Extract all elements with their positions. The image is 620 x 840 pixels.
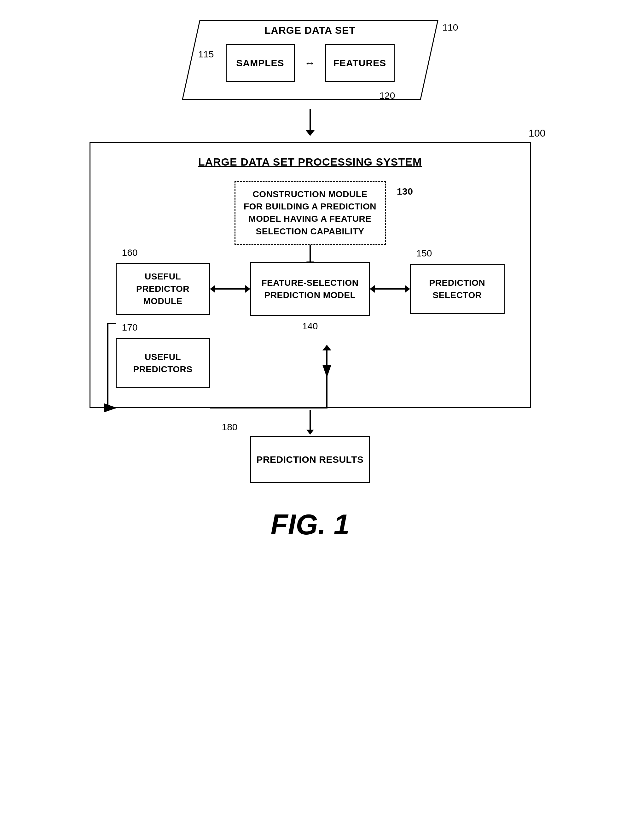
prediction-results-wrapper: 180 PREDICTION RESULTS (250, 436, 370, 483)
useful-predictor-module-label: USEFUL PREDICTOR MODULE (121, 270, 205, 308)
arrow-predictor-feature (214, 288, 246, 290)
large-data-set-wrapper: LARGE DATA SET 110 115 SAMPLES ↔ FEATURE… (181, 19, 439, 107)
arrow-feature-prediction (374, 288, 406, 290)
ref-100: 100 (528, 127, 545, 139)
bottom-area: 170 USEFUL PREDICTORS (106, 338, 514, 388)
construction-module-label: CONSTRUCTION MODULE FOR BUILDING A PREDI… (244, 189, 376, 236)
feature-selection-box: FEATURE-SELECTION PREDICTION MODEL (250, 262, 370, 316)
ref-170: 170 (122, 322, 138, 333)
ref-120: 120 (379, 90, 395, 101)
construction-module-box: CONSTRUCTION MODULE FOR BUILDING A PREDI… (235, 181, 386, 245)
top-row: CONSTRUCTION MODULE FOR BUILDING A PREDI… (106, 181, 514, 262)
useful-predictors-box: USEFUL PREDICTORS (116, 338, 210, 388)
ref-150: 150 (416, 248, 432, 259)
samples-features-row: SAMPLES ↔ FEATURES (226, 44, 395, 82)
figure-label: FIG. 1 (271, 508, 349, 541)
inner-layout: CONSTRUCTION MODULE FOR BUILDING A PREDI… (106, 181, 514, 388)
ref-115: 115 (198, 49, 214, 60)
useful-predictors-label: USEFUL PREDICTORS (121, 351, 205, 376)
features-box: FEATURES (325, 44, 395, 82)
bidir-arrow-samples-features: ↔ (304, 56, 316, 70)
main-row: 160 USEFUL PREDICTOR MODULE FEATURE-SELE… (106, 262, 514, 316)
samples-box: SAMPLES (226, 44, 295, 82)
ref-130: 130 (397, 185, 413, 198)
diagram-container: LARGE DATA SET 110 115 SAMPLES ↔ FEATURE… (42, 19, 578, 541)
useful-predictor-module-box: USEFUL PREDICTOR MODULE (116, 263, 210, 315)
large-data-set-label: LARGE DATA SET (265, 25, 355, 36)
arrow-dataset-to-system (310, 109, 311, 131)
ref-110: 110 (442, 22, 458, 33)
prediction-selector-label: PREDICTION SELECTOR (416, 277, 499, 301)
processing-system-title: LARGE DATA SET PROCESSING SYSTEM (106, 156, 514, 168)
ref-160: 160 (122, 247, 138, 258)
prediction-selector-box: PREDICTION SELECTOR (410, 264, 505, 314)
ref-180: 180 (222, 422, 238, 433)
prediction-results-box: PREDICTION RESULTS (250, 436, 370, 483)
ref-140: 140 (302, 321, 318, 332)
useful-predictors-column: 170 USEFUL PREDICTORS (116, 338, 210, 388)
processing-system-box: 100 LARGE DATA SET PROCESSING SYSTEM CON… (90, 142, 531, 408)
feature-selection-label: FEATURE-SELECTION PREDICTION MODEL (257, 277, 363, 301)
prediction-results-label: PREDICTION RESULTS (256, 453, 363, 466)
arrow-to-prediction-results (310, 410, 311, 430)
